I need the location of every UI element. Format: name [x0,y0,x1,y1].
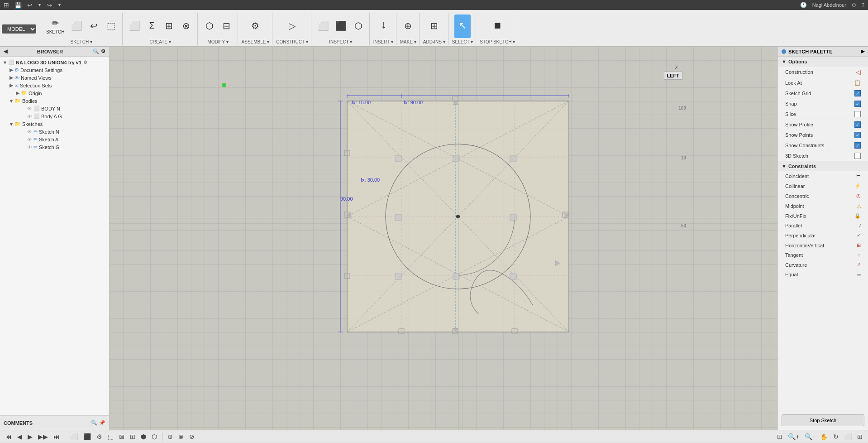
assemble1-button[interactable]: ⚙ [247,14,263,38]
sketchgrid-checkbox[interactable] [854,90,861,96]
canvas-area[interactable]: fx: 15.00 fx: 90.00 fx: 30.00 90.00 Z 50… [110,47,777,430]
inspect2-button[interactable]: ⬛ [333,14,349,38]
palette-row-parallel[interactable]: Parallel / [778,221,868,231]
create2-button[interactable]: Σ [144,14,160,38]
settings-icon[interactable]: ⚙ [852,2,856,8]
browser-search-icon[interactable]: 🔍 [93,48,99,54]
options-section-header[interactable]: ▼ Options [778,57,868,67]
select1-button[interactable]: ↖ [454,14,471,38]
display6-button[interactable]: ⊞ [128,432,137,441]
palette-row-construction[interactable]: Construction ◁ [778,67,868,78]
view-toggle-button[interactable]: ⬜ [842,432,854,441]
palette-row-curvature[interactable]: Curvature ↗ [778,260,868,270]
sketchg-visible-icon[interactable]: 👁 [27,144,32,150]
palette-row-slice[interactable]: Slice [778,109,868,120]
prev-frame-button[interactable]: ◀ [15,432,24,441]
palette-row-showconstraints[interactable]: Show Constraints [778,140,868,151]
modify1-button[interactable]: ⬡ [201,14,218,38]
palette-row-fix-unfix[interactable]: Fix/UnFix 🔒 [778,211,868,221]
next-frame-button[interactable]: ▶▶ [36,432,50,441]
showprofile-checkbox[interactable] [854,121,861,128]
insert1-button[interactable]: ⤵ [375,14,391,38]
tree-sketches[interactable]: ▼ 📁 Sketches [0,120,109,128]
display10-button[interactable]: ⊗ [176,432,186,441]
help-icon[interactable]: ? [862,2,864,8]
sketcha-visible-icon[interactable]: 👁 [27,137,32,142]
tree-sketch-g[interactable]: 👁 ✏ Sketch G [0,143,109,151]
app-grid-icon[interactable]: ⊞ [4,1,9,9]
tree-origin[interactable]: ▶ 📁 Origin [0,89,109,97]
palette-row-snap[interactable]: Snap [778,99,868,109]
slice-checkbox[interactable] [854,111,861,117]
modify2-button[interactable]: ⊟ [219,14,235,38]
palette-row-lookat[interactable]: Look At 📋 [778,78,868,88]
sketch2-button[interactable]: ⬜ [68,14,85,38]
palette-row-equal[interactable]: Equal ═ [778,270,868,279]
undo-dropdown-icon[interactable]: ▼ [38,3,42,7]
palette-row-collinear[interactable]: Collinear ⚡ [778,181,868,191]
root-settings-icon[interactable]: ⚙ [83,60,87,65]
stopsketch1-button[interactable]: ⏹ [489,14,506,38]
redo-dropdown-icon[interactable]: ▼ [57,3,62,7]
comments-search-icon[interactable]: 🔍 [91,420,97,426]
zoom-in-button[interactable]: 🔍+ [786,432,801,441]
play-button[interactable]: ▶ [26,432,34,441]
display8-button[interactable]: ⬡ [150,432,159,441]
make1-button[interactable]: ⊕ [400,14,416,38]
orbit-button[interactable]: ↻ [831,432,840,441]
pan-button[interactable]: ✋ [818,432,830,441]
save-icon[interactable]: 💾 [14,2,22,9]
model-selector[interactable]: MODEL [2,24,36,34]
palette-row-coincident[interactable]: Coincident ⊢ [778,171,868,181]
showpoints-checkbox[interactable] [854,132,861,138]
first-frame-button[interactable]: ⏮ [4,432,14,441]
tree-body-n[interactable]: 👁 ⬜ BODY N [0,105,109,112]
palette-row-midpoint[interactable]: Midpoint △ [778,201,868,211]
inspect1-button[interactable]: ⬜ [315,14,332,38]
display3-button[interactable]: ⚙ [95,432,104,441]
addins1-button[interactable]: ⊞ [426,14,442,38]
sketch3-button[interactable]: ↩ [86,14,102,38]
display5-button[interactable]: ⊠ [117,432,126,441]
sketch4-button[interactable]: ⬚ [103,14,119,38]
create3-button[interactable]: ⊞ [161,14,177,38]
palette-row-sketchgrid[interactable]: Sketch Grid [778,88,868,99]
display2-button[interactable]: ⬛ [81,432,93,441]
tree-doc-settings[interactable]: ▶ ⚙ Document Settings [0,66,109,74]
tree-body-ag[interactable]: 👁 ⬜ Body A G [0,112,109,120]
zoom-out-button[interactable]: 🔍- [803,432,816,441]
grid-toggle-button[interactable]: ⊞ [855,432,864,441]
redo-icon[interactable]: ↪ [47,2,52,9]
create4-button[interactable]: ⊗ [178,14,195,38]
display11-button[interactable]: ⊘ [187,432,196,441]
last-frame-button[interactable]: ⏭ [52,432,62,441]
tree-sketch-n[interactable]: 👁 ✏ Sketch N [0,128,109,135]
tree-named-views[interactable]: ▶ 👁 Named Views [0,74,109,82]
palette-row-showprofile[interactable]: Show Profile [778,120,868,130]
palette-expand-icon[interactable]: ▶ [861,48,864,54]
3dsketch-checkbox[interactable] [854,153,861,159]
display7-button[interactable]: ⬢ [139,432,148,441]
display1-button[interactable]: ⬜ [68,432,80,441]
undo-icon[interactable]: ↩ [27,2,32,9]
create1-button[interactable]: ⬜ [126,14,143,38]
zoom-fit-button[interactable]: ⊡ [775,432,784,441]
sketch-button[interactable]: ✏ SKETCH [43,14,67,38]
palette-row-tangent[interactable]: Tangent ○ [778,250,868,260]
palette-row-3dsketch[interactable]: 3D Sketch [778,151,868,161]
palette-row-hv[interactable]: HorizontalVertical ⊞ [778,241,868,250]
constraints-section-header[interactable]: ▼ Constraints [778,161,868,171]
construct1-button[interactable]: ▷ [284,14,300,38]
showconstraints-checkbox[interactable] [854,142,861,149]
palette-row-perpendicular[interactable]: Perpendicular ✓ [778,231,868,241]
tree-bodies[interactable]: ▼ 📁 Bodies [0,97,109,105]
display9-button[interactable]: ⊕ [166,432,175,441]
tree-sketch-a[interactable]: 👁 ✏ Sketch A [0,135,109,143]
stop-sketch-button[interactable]: Stop Sketch [782,414,864,426]
snap-checkbox[interactable] [854,101,861,107]
view-cube-left[interactable]: LEFT [664,72,683,80]
palette-row-concentric[interactable]: Concentric ◎ [778,191,868,201]
inspect3-button[interactable]: ⬡ [350,14,367,38]
bodyag-visible-icon[interactable]: 👁 [27,114,32,119]
bodyn-visible-icon[interactable]: 👁 [27,106,32,111]
